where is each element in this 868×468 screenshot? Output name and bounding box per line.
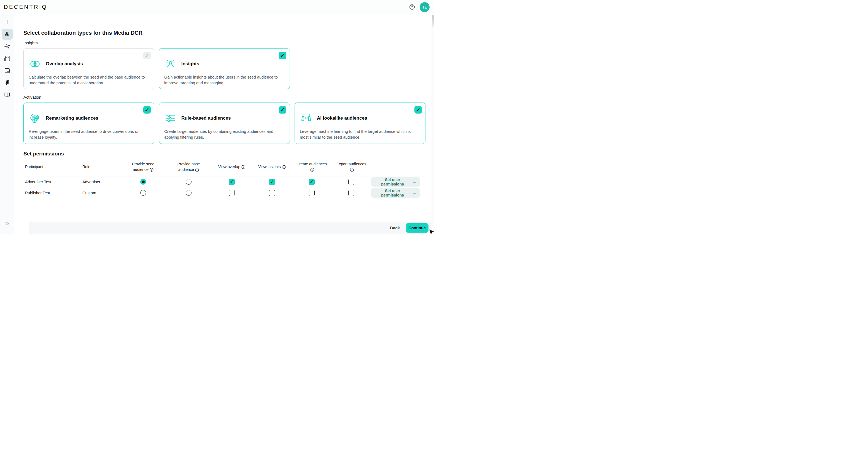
- column-view-overlap: View overlap: [211, 164, 252, 169]
- view-overlap-checkbox[interactable]: ✓: [229, 179, 235, 185]
- export-audiences-checkbox[interactable]: ✓: [348, 179, 354, 185]
- role-cell: Advertiser: [81, 180, 120, 184]
- avatar-initials: TE: [422, 5, 427, 9]
- remarketing-checkbox[interactable]: ✓: [143, 106, 151, 114]
- sliders-icon: [165, 113, 176, 124]
- sidebar-item-connections[interactable]: [2, 41, 13, 52]
- arrow-right-icon: →: [412, 180, 416, 184]
- permissions-table-header: Participant Role Provide seed audience P…: [24, 158, 425, 177]
- sidebar-item-new[interactable]: [2, 17, 13, 28]
- newspaper-icon: [4, 55, 10, 61]
- cubes-icon: [4, 31, 10, 37]
- info-icon[interactable]: [195, 168, 199, 172]
- table-icon: [4, 67, 10, 73]
- card-description: Create target audiences by combining exi…: [164, 129, 285, 140]
- column-export-audiences: Export audiences: [332, 161, 371, 173]
- insights-checkbox[interactable]: ✓: [279, 52, 286, 59]
- column-provide-base-audience: Provide base audience: [166, 161, 211, 173]
- info-icon[interactable]: [150, 168, 154, 172]
- network-icon: [4, 43, 10, 49]
- set-user-permissions-button[interactable]: Set user permissions→: [371, 188, 420, 198]
- continue-button[interactable]: Continue: [406, 223, 429, 232]
- set-user-permissions-button[interactable]: Set user permissions→: [371, 177, 420, 187]
- card-remarketing-audiences[interactable]: ✓ Remarketing audiences Re: [24, 102, 154, 144]
- vertical-scrollbar: [432, 14, 434, 234]
- section-label-insights: Insights: [24, 40, 434, 45]
- card-description: Leverage machine learning to find the ta…: [300, 129, 420, 140]
- export-audiences-checkbox[interactable]: ✓: [348, 190, 354, 196]
- info-icon[interactable]: [350, 168, 354, 172]
- set-permissions-title: Set permissions: [24, 151, 434, 157]
- card-title: Rule-based audiences: [181, 116, 231, 121]
- insights-cards-row: ✓ Overlap analysis Calculate the overlap…: [24, 48, 434, 89]
- card-title: Overlap analysis: [46, 61, 83, 67]
- sidebar: [0, 14, 14, 234]
- provide-base-radio[interactable]: [186, 179, 191, 185]
- column-provide-seed-audience: Provide seed audience: [120, 161, 166, 173]
- insights-person-icon: [165, 58, 176, 70]
- question-circle-icon: [409, 4, 415, 10]
- info-icon[interactable]: [282, 165, 286, 169]
- create-audiences-checkbox[interactable]: ✓: [309, 179, 315, 185]
- sidebar-collapse-toggle[interactable]: [2, 218, 13, 229]
- provide-seed-radio[interactable]: [140, 190, 146, 196]
- sidebar-item-datasets[interactable]: [2, 65, 13, 76]
- main-content: Select collaboration types for this Medi…: [14, 14, 434, 234]
- chevrons-right-icon: [4, 220, 10, 226]
- provide-base-radio[interactable]: [186, 190, 191, 196]
- remarketing-target-icon: [29, 113, 41, 124]
- footer-bar: Back Continue: [29, 222, 434, 234]
- sidebar-item-documentation[interactable]: [2, 89, 13, 100]
- card-title: Insights: [181, 61, 199, 67]
- card-description: Gain actionable insights about the users…: [164, 74, 285, 86]
- rule-based-checkbox[interactable]: ✓: [279, 106, 286, 114]
- top-bar: DECENTRIQ TE: [0, 0, 434, 14]
- help-button[interactable]: [408, 4, 415, 11]
- view-overlap-checkbox[interactable]: ✓: [229, 190, 235, 196]
- sidebar-item-news[interactable]: [2, 53, 13, 64]
- info-icon[interactable]: [241, 165, 245, 169]
- card-description: Re-engage users in the seed audience to …: [29, 129, 149, 140]
- role-cell: Custom: [81, 191, 120, 195]
- scrollbar-thumb[interactable]: [432, 15, 434, 27]
- participant-cell: Advertiser.Test: [24, 180, 81, 184]
- column-view-insights: View insights: [252, 164, 292, 169]
- back-button[interactable]: Back: [390, 225, 400, 230]
- card-ai-lookalike-audiences[interactable]: ✓ AI lookalike audiences Leverage machin…: [294, 102, 426, 144]
- overlap-venn-icon: [29, 58, 41, 70]
- info-icon[interactable]: [310, 168, 314, 172]
- card-rule-based-audiences[interactable]: ✓ Rule-based audiences Create target aud…: [159, 102, 290, 144]
- column-participant: Participant: [24, 164, 81, 169]
- card-insights[interactable]: ✓ Insights Gain actionable insights abou…: [159, 48, 290, 89]
- binoculars-icon: [300, 113, 312, 124]
- table-row-publisher: Publisher.Test Custom ✓ ✓ ✓ ✓ Set user p…: [24, 187, 425, 198]
- plus-icon: [4, 19, 10, 25]
- lookalike-checkbox[interactable]: ✓: [414, 106, 422, 114]
- overlap-analysis-checkbox: ✓: [143, 52, 151, 59]
- activation-cards-row: ✓ Remarketing audiences Re: [24, 102, 434, 144]
- provide-seed-radio[interactable]: [140, 179, 146, 185]
- participant-cell: Publisher.Test: [24, 191, 81, 195]
- view-insights-checkbox[interactable]: ✓: [269, 179, 275, 185]
- view-insights-checkbox[interactable]: ✓: [269, 190, 275, 196]
- column-role: Role: [81, 164, 120, 169]
- table-row-advertiser: Advertiser.Test Advertiser ✓ ✓ ✓ ✓ Set u…: [24, 177, 425, 187]
- decentriq-logo: DECENTRIQ: [4, 4, 48, 10]
- mouse-cursor: [429, 229, 434, 234]
- page-title: Select collaboration types for this Medi…: [24, 30, 434, 36]
- card-overlap-analysis[interactable]: ✓ Overlap analysis Calculate the overlap…: [24, 48, 154, 89]
- avatar[interactable]: TE: [420, 2, 430, 12]
- buildings-icon: [4, 80, 10, 86]
- card-title: Remarketing audiences: [46, 116, 98, 121]
- create-audiences-checkbox[interactable]: ✓: [309, 190, 315, 196]
- card-description: Calculate the overlap between the seed a…: [29, 74, 149, 86]
- column-create-audiences: Create audiences: [292, 161, 332, 173]
- sidebar-item-organizations[interactable]: [2, 77, 13, 88]
- arrow-right-icon: →: [412, 190, 416, 195]
- sidebar-item-clean-rooms[interactable]: [2, 29, 13, 40]
- section-label-activation: Activation: [24, 95, 434, 99]
- permissions-table: Participant Role Provide seed audience P…: [24, 158, 425, 198]
- book-open-icon: [4, 92, 10, 98]
- card-title: AI lookalike audiences: [317, 116, 367, 121]
